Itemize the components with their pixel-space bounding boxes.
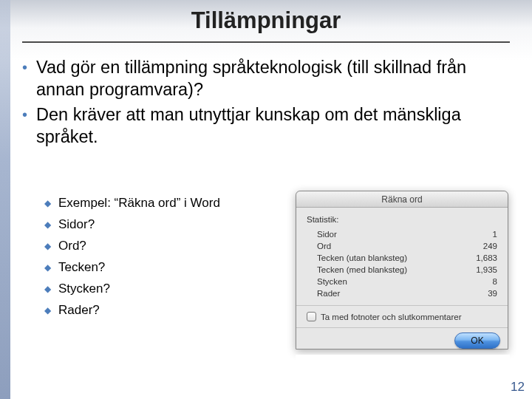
diamond-icon: ◆	[44, 281, 51, 297]
ok-button[interactable]: OK	[454, 332, 500, 349]
diamond-icon: ◆	[44, 259, 51, 276]
diamond-icon: ◆	[44, 195, 51, 211]
slide-title: Tillämpningar	[0, 7, 532, 34]
title-underline	[22, 41, 510, 43]
include-footnotes-checkbox[interactable]: Ta med fotnoter och slutkommentarer	[307, 312, 497, 321]
diamond-icon: ◆	[44, 302, 51, 318]
checkbox-label: Ta med fotnoter och slutkommentarer	[321, 313, 461, 321]
sub-bullet-item: ◆ Rader?	[44, 302, 281, 318]
stat-row: Tecken (med blanksteg) 1,935	[307, 264, 497, 276]
bullet-text: Den kräver att man utnyttjar kunskap om …	[36, 103, 510, 148]
stat-value: 8	[493, 277, 497, 286]
sub-bullet-item: ◆ Ord?	[44, 238, 281, 254]
stat-label: Stycken	[317, 277, 347, 286]
bullet-item: • Vad gör en tillämpning språkteknologis…	[22, 56, 510, 100]
left-accent-stripe	[0, 0, 10, 399]
sub-bullet-item: ◆ Exempel: “Räkna ord” i Word	[44, 195, 281, 211]
sub-bullet-text: Tecken?	[58, 259, 105, 276]
bullet-item: • Den kräver att man utnyttjar kunskap o…	[22, 103, 510, 148]
stat-label: Tecken (med blanksteg)	[317, 265, 407, 274]
sub-bullet-item: ◆ Tecken?	[44, 259, 281, 276]
sub-bullet-text: Rader?	[58, 302, 100, 318]
sub-bullet-text: Stycken?	[58, 281, 110, 297]
sub-bullet-text: Exempel: “Räkna ord” i Word	[58, 195, 220, 211]
word-count-dialog: Räkna ord Statistik: Sidor 1 Ord 249 Tec…	[296, 191, 508, 349]
sub-bullet-item: ◆ Sidor?	[44, 216, 281, 233]
stat-label: Tecken (utan blanksteg)	[317, 253, 407, 262]
stat-value: 1,683	[476, 253, 497, 262]
dialog-footer: OK	[296, 327, 508, 349]
stat-label: Sidor	[317, 230, 337, 239]
sub-bullet-text: Sidor?	[58, 216, 95, 233]
stat-value: 1	[493, 230, 497, 239]
page-number: 12	[511, 380, 525, 395]
stat-row: Rader 39	[307, 287, 497, 299]
slide-content: • Vad gör en tillämpning språkteknologis…	[22, 56, 510, 151]
dialog-cutoff-mask	[296, 355, 510, 399]
dialog-body: Statistik: Sidor 1 Ord 249 Tecken (utan …	[296, 208, 508, 327]
bullet-text: Vad gör en tillämpning språkteknologisk …	[36, 56, 510, 100]
stat-row: Tecken (utan blanksteg) 1,683	[307, 252, 497, 264]
diamond-icon: ◆	[44, 216, 51, 233]
bullet-dot-icon: •	[22, 103, 27, 148]
sub-bullet-item: ◆ Stycken?	[44, 281, 281, 297]
stat-row: Stycken 8	[307, 276, 497, 287]
dialog-title: Räkna ord	[296, 191, 508, 208]
slide: Tillämpningar • Vad gör en tillämpning s…	[0, 0, 532, 399]
stats-heading: Statistik:	[307, 215, 497, 224]
bullet-dot-icon: •	[22, 56, 27, 100]
stat-value: 249	[483, 242, 497, 250]
stat-row: Sidor 1	[307, 228, 497, 240]
stat-value: 1,935	[476, 265, 497, 274]
checkbox-icon	[307, 312, 316, 321]
stat-value: 39	[488, 289, 497, 298]
sub-bullet-text: Ord?	[58, 238, 86, 254]
diamond-icon: ◆	[44, 238, 51, 254]
stat-row: Ord 249	[307, 240, 497, 252]
sub-bullet-list: ◆ Exempel: “Räkna ord” i Word ◆ Sidor? ◆…	[44, 195, 281, 324]
stat-label: Rader	[317, 289, 340, 298]
stat-label: Ord	[317, 242, 331, 250]
dialog-separator	[296, 305, 508, 306]
